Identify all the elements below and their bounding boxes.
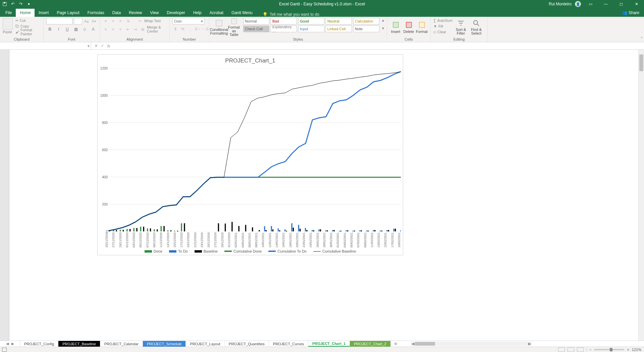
- horizontal-scrollbar[interactable]: ◀ ▶: [411, 342, 532, 346]
- italic-button[interactable]: I: [55, 26, 62, 33]
- tab-review[interactable]: Review: [125, 9, 146, 17]
- format-cells-button[interactable]: Format: [416, 18, 428, 37]
- increase-decimal-icon[interactable]: .0→: [195, 26, 201, 32]
- sheet-tab-project_chart_2[interactable]: PROJECT_Chart_2: [350, 341, 391, 347]
- sheet-tab-project_chart_1[interactable]: PROJECT_Chart_1: [308, 341, 350, 347]
- decrease-font-icon[interactable]: A▾: [91, 18, 97, 24]
- window-close-button[interactable]: ✕: [631, 0, 643, 8]
- collapse-ribbon-icon[interactable]: ˄: [641, 37, 643, 41]
- sheet-tab-project_schedule[interactable]: PROJECT_Schedule: [143, 341, 186, 347]
- sort-filter-button[interactable]: Sort & Filter: [454, 18, 468, 37]
- tab-data[interactable]: Data: [108, 9, 125, 17]
- hscroll-left-icon[interactable]: ◀: [411, 342, 415, 346]
- cancel-formula-icon[interactable]: ✕: [95, 44, 98, 48]
- redo-icon[interactable]: ↷: [18, 1, 23, 7]
- style-normal[interactable]: Normal: [243, 18, 269, 25]
- align-right-icon[interactable]: ≡: [117, 26, 123, 32]
- increase-font-icon[interactable]: A▴: [84, 18, 90, 24]
- style-input[interactable]: Input: [298, 26, 324, 32]
- accounting-format-icon[interactable]: $: [172, 26, 178, 32]
- sheet-tab-project_calendar[interactable]: PROJECT_Calendar: [100, 341, 143, 347]
- sheet-tab-project_quantities[interactable]: PROJECT_Quantities: [225, 341, 269, 347]
- formula-input[interactable]: [114, 42, 644, 49]
- qat-customize-icon[interactable]: ▾: [26, 1, 32, 7]
- tab-view[interactable]: View: [146, 9, 163, 17]
- tab-home[interactable]: Home: [16, 9, 35, 17]
- font-name-select[interactable]: [46, 18, 72, 25]
- undo-icon[interactable]: ↶: [10, 1, 15, 7]
- tab-formulas[interactable]: Formulas: [84, 9, 108, 17]
- align-middle-icon[interactable]: ≡: [110, 18, 116, 24]
- conditional-formatting-button[interactable]: Conditional Formatting: [212, 18, 226, 37]
- user-avatar[interactable]: 👤: [575, 1, 581, 7]
- paste-button[interactable]: Paste: [3, 18, 13, 34]
- tab-file[interactable]: File: [1, 9, 16, 17]
- autosum-button[interactable]: ∑AutoSum: [433, 18, 452, 23]
- view-page-layout-icon[interactable]: [568, 347, 574, 352]
- sheet-nav[interactable]: ◀▶: [0, 341, 20, 347]
- share-button[interactable]: 👥 Share: [618, 9, 644, 17]
- merge-center-button[interactable]: Merge & Center: [147, 25, 167, 33]
- find-select-button[interactable]: Find & Select: [469, 18, 483, 37]
- style-calculation[interactable]: Calculation: [353, 18, 379, 25]
- tab-insert[interactable]: Insert: [35, 9, 53, 17]
- view-page-break-icon[interactable]: [577, 347, 584, 352]
- underline-button[interactable]: U: [64, 26, 71, 33]
- tab-acrobat[interactable]: Acrobat: [206, 9, 227, 17]
- number-format-select[interactable]: Date▾: [172, 18, 205, 25]
- macro-record-icon[interactable]: [2, 348, 7, 352]
- vertical-scrollbar[interactable]: [638, 50, 644, 341]
- hscroll-right-icon[interactable]: ▶: [528, 342, 532, 346]
- style-check-cell[interactable]: Check Cell: [243, 26, 269, 32]
- decrease-decimal-icon[interactable]: ←.0: [202, 26, 208, 32]
- font-size-select[interactable]: [74, 18, 82, 25]
- fx-icon[interactable]: fx: [107, 44, 110, 48]
- maximize-button[interactable]: ◻: [615, 0, 627, 8]
- border-button[interactable]: ▦: [72, 26, 79, 33]
- align-bottom-icon[interactable]: ≡: [117, 18, 123, 24]
- tab-developer[interactable]: Developer: [163, 9, 189, 17]
- percent-format-icon[interactable]: %: [180, 26, 186, 32]
- style-note[interactable]: Note: [353, 26, 379, 32]
- sheet-tab-project_baseline[interactable]: PROJECT_Baseline: [58, 341, 100, 347]
- tab-gantt-menu[interactable]: Gantt Menu: [227, 9, 257, 17]
- style-explanatory[interactable]: Explanatory ...: [271, 26, 297, 32]
- zoom-out-button[interactable]: −: [589, 348, 591, 352]
- delete-cells-button[interactable]: Delete: [403, 18, 415, 37]
- style-good[interactable]: Good: [298, 18, 324, 25]
- bold-button[interactable]: B: [46, 26, 54, 33]
- minimize-button[interactable]: ―: [600, 0, 612, 8]
- tab-help[interactable]: Help: [189, 9, 206, 17]
- sheet-tab-project_config[interactable]: PROJECT_Config: [20, 341, 58, 347]
- save-icon[interactable]: [2, 1, 7, 7]
- format-as-table-button[interactable]: Format as Table: [227, 18, 240, 37]
- align-center-icon[interactable]: ≡: [110, 26, 116, 32]
- clear-button[interactable]: ◇Clear: [433, 29, 452, 35]
- view-normal-icon[interactable]: [558, 347, 565, 352]
- sheet-tab-project_curves[interactable]: PROJECT_Curves: [269, 341, 308, 347]
- style-linked-cell[interactable]: Linked Cell: [326, 26, 352, 32]
- style-neutral[interactable]: Neutral: [326, 18, 352, 25]
- fill-color-button[interactable]: ◇: [81, 26, 88, 33]
- style-bad[interactable]: Bad: [271, 18, 297, 25]
- fill-button[interactable]: ▼Fill: [433, 24, 452, 29]
- insert-cells-button[interactable]: Insert: [390, 18, 401, 37]
- name-box[interactable]: ▾: [0, 42, 91, 49]
- tab-page-layout[interactable]: Page Layout: [53, 9, 83, 17]
- scrollbar-thumb[interactable]: [639, 54, 643, 71]
- hscroll-thumb[interactable]: [415, 342, 435, 346]
- chart-object[interactable]: PROJECT_Chart_1 020040060080010001200 25…: [97, 54, 403, 255]
- ribbon-display-options-icon[interactable]: ▭: [584, 0, 596, 8]
- zoom-slider[interactable]: [594, 349, 624, 350]
- comma-format-icon[interactable]: ,: [187, 26, 193, 32]
- align-top-icon[interactable]: ≡: [103, 18, 109, 24]
- wrap-text-button[interactable]: Wrap Text: [144, 19, 161, 23]
- align-left-icon[interactable]: ≡: [103, 26, 109, 32]
- format-painter-button[interactable]: 🖌Format Painter: [15, 29, 41, 35]
- styles-scroll-up-icon[interactable]: ▴: [382, 18, 384, 23]
- zoom-knob[interactable]: [610, 348, 612, 351]
- sheet-tab-project_layout[interactable]: PROJECT_Layout: [186, 341, 224, 347]
- indent-increase-icon[interactable]: ⇥: [132, 26, 138, 32]
- sheet-nav-prev-icon[interactable]: ◀: [6, 342, 9, 346]
- sheet-nav-next-icon[interactable]: ▶: [11, 342, 14, 346]
